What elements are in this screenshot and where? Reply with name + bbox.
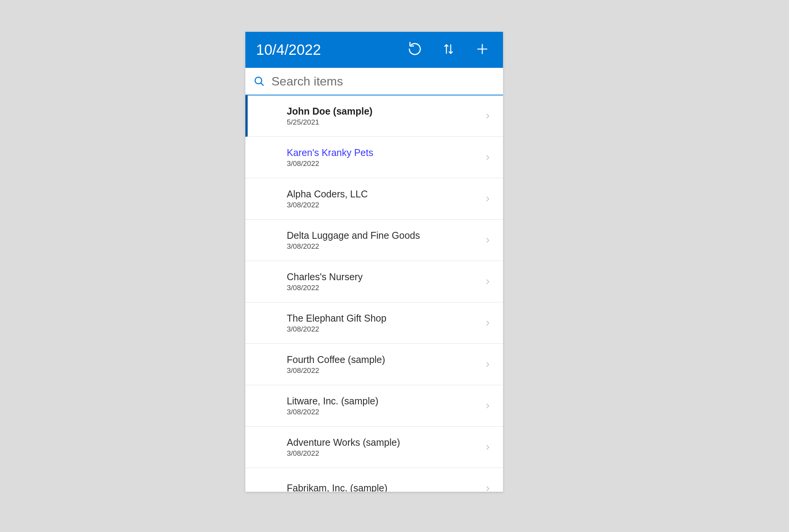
list-item-title: John Doe (sample) xyxy=(287,105,482,117)
search-icon xyxy=(252,74,266,88)
chevron-right-icon xyxy=(482,235,493,246)
list-item-content: John Doe (sample)5/25/2021 xyxy=(287,105,482,126)
chevron-right-icon xyxy=(482,483,493,492)
list-item-content: Adventure Works (sample)3/08/2022 xyxy=(287,437,482,458)
list-item-content: Litware, Inc. (sample)3/08/2022 xyxy=(287,395,482,416)
list-item-title[interactable]: Karen's Kranky Pets xyxy=(287,147,482,159)
refresh-icon xyxy=(408,42,422,58)
list-item-title: Charles's Nursery xyxy=(287,271,482,283)
list-item-title: Fourth Coffee (sample) xyxy=(287,354,482,366)
chevron-right-icon xyxy=(482,401,493,411)
list-item-title: Litware, Inc. (sample) xyxy=(287,395,482,407)
list-item-title: Delta Luggage and Fine Goods xyxy=(287,230,482,241)
chevron-right-icon xyxy=(482,152,493,163)
list-item-date: 3/08/2022 xyxy=(287,366,482,375)
list-item[interactable]: Adventure Works (sample)3/08/2022 xyxy=(245,427,503,468)
list-item-date: 3/08/2022 xyxy=(287,449,482,458)
list-item-date: 3/08/2022 xyxy=(287,159,482,168)
list-item-content: Alpha Coders, LLC3/08/2022 xyxy=(287,188,482,209)
refresh-button[interactable] xyxy=(406,41,423,58)
header-actions xyxy=(406,41,494,58)
chevron-right-icon xyxy=(482,318,493,328)
search-input[interactable] xyxy=(271,74,496,89)
search-bar[interactable] xyxy=(245,68,503,95)
list-item-date: 3/08/2022 xyxy=(287,284,482,292)
list-item[interactable]: Delta Luggage and Fine Goods3/08/2022 xyxy=(245,220,503,261)
list-item-title: Alpha Coders, LLC xyxy=(287,188,482,200)
list-item-title: Adventure Works (sample) xyxy=(287,437,482,448)
header-bar: 10/4/2022 xyxy=(245,32,503,68)
list-item-date: 3/08/2022 xyxy=(287,408,482,416)
item-list[interactable]: John Doe (sample)5/25/2021Karen's Kranky… xyxy=(245,95,503,492)
list-item[interactable]: The Elephant Gift Shop3/08/2022 xyxy=(245,302,503,344)
plus-icon xyxy=(475,42,489,57)
chevron-right-icon xyxy=(482,276,493,287)
list-item-title: The Elephant Gift Shop xyxy=(287,312,482,324)
list-item-content: Fabrikam, Inc. (sample) xyxy=(287,482,482,492)
header-title: 10/4/2022 xyxy=(256,42,406,58)
list-item[interactable]: John Doe (sample)5/25/2021 xyxy=(245,95,503,137)
list-item[interactable]: Charles's Nursery3/08/2022 xyxy=(245,261,503,302)
chevron-right-icon xyxy=(482,111,493,122)
stage: 10/4/2022 xyxy=(0,0,789,532)
list-item-date: 3/08/2022 xyxy=(287,325,482,333)
sort-button[interactable] xyxy=(440,41,457,58)
list-item-date: 3/08/2022 xyxy=(287,242,482,251)
list-item-content: The Elephant Gift Shop3/08/2022 xyxy=(287,312,482,333)
list-item[interactable]: Alpha Coders, LLC3/08/2022 xyxy=(245,178,503,220)
app-frame: 10/4/2022 xyxy=(245,32,503,492)
list-item[interactable]: Litware, Inc. (sample)3/08/2022 xyxy=(245,385,503,427)
list-item-content: Charles's Nursery3/08/2022 xyxy=(287,271,482,292)
list-item[interactable]: Karen's Kranky Pets3/08/2022 xyxy=(245,137,503,178)
list-item[interactable]: Fabrikam, Inc. (sample) xyxy=(245,468,503,492)
add-button[interactable] xyxy=(474,41,491,58)
list-item-date: 5/25/2021 xyxy=(287,118,482,126)
list-item-title: Fabrikam, Inc. (sample) xyxy=(287,482,482,492)
chevron-right-icon xyxy=(482,442,493,453)
list-item-content: Karen's Kranky Pets3/08/2022 xyxy=(287,147,482,168)
list-item-date: 3/08/2022 xyxy=(287,201,482,209)
list-item[interactable]: Fourth Coffee (sample)3/08/2022 xyxy=(245,344,503,385)
chevron-right-icon xyxy=(482,194,493,204)
svg-line-5 xyxy=(261,83,263,85)
list-item-content: Fourth Coffee (sample)3/08/2022 xyxy=(287,354,482,375)
sort-icon xyxy=(442,43,455,57)
list-item-content: Delta Luggage and Fine Goods3/08/2022 xyxy=(287,230,482,251)
chevron-right-icon xyxy=(482,359,493,370)
